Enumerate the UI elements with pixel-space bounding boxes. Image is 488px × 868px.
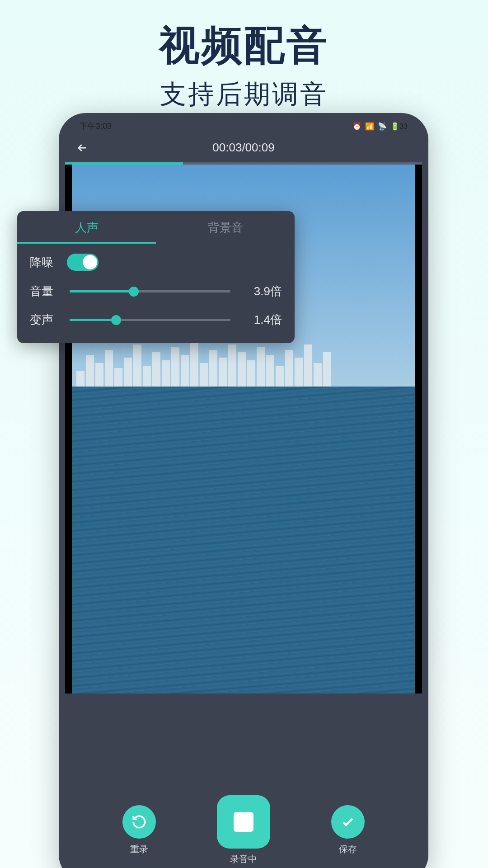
bottom-toolbar: 重录 录音中 保存 <box>65 794 422 868</box>
app-header: 00:03/00:09 <box>65 133 422 162</box>
tab-underline <box>17 242 156 244</box>
rerecord-circle <box>122 805 156 839</box>
status-indicators: ⏰ 📶 📡 🔋33 <box>352 122 408 131</box>
toggle-knob <box>83 255 97 269</box>
panel-body: 降噪 音量 3.9倍 变声 1.4倍 <box>17 244 295 343</box>
back-button[interactable] <box>73 139 91 157</box>
audio-panel: 人声 背景音 降噪 音量 3.9倍 变声 <box>17 211 295 343</box>
arrow-left-icon <box>76 142 89 154</box>
wifi-icon: 📡 <box>378 122 387 131</box>
rerecord-label: 重录 <box>130 843 148 855</box>
battery-icon: 🔋33 <box>390 122 408 131</box>
timecode: 00:03/00:09 <box>212 141 274 155</box>
noise-row: 降噪 <box>30 254 282 271</box>
status-bar: 下午3:03 ⏰ 📶 📡 🔋33 <box>65 119 422 133</box>
signal-icon: 📶 <box>365 122 374 131</box>
tab-voice[interactable]: 人声 <box>17 211 156 244</box>
rerecord-button[interactable]: 重录 <box>122 805 156 855</box>
panel-tabs: 人声 背景音 <box>17 211 295 244</box>
promo-title: 视频配音 <box>0 18 488 73</box>
promo-subtitle: 支持后期调音 <box>0 77 488 112</box>
refresh-icon <box>131 814 147 830</box>
noise-label: 降噪 <box>30 255 65 270</box>
volume-row: 音量 3.9倍 <box>30 283 282 299</box>
record-label: 录音中 <box>230 853 257 865</box>
save-circle <box>331 805 365 839</box>
pitch-row: 变声 1.4倍 <box>30 312 282 328</box>
pitch-value: 1.4倍 <box>243 312 282 328</box>
pitch-label: 变声 <box>30 312 65 328</box>
save-label: 保存 <box>339 843 357 855</box>
tab-bgm[interactable]: 背景音 <box>156 211 295 244</box>
stop-icon <box>234 812 253 832</box>
volume-label: 音量 <box>30 283 65 299</box>
status-time: 下午3:03 <box>80 121 112 132</box>
record-button[interactable]: 录音中 <box>217 795 270 865</box>
alarm-icon: ⏰ <box>352 122 361 131</box>
check-icon <box>340 814 356 830</box>
save-button[interactable]: 保存 <box>331 805 365 855</box>
record-circle <box>217 795 270 849</box>
volume-slider[interactable] <box>70 290 230 292</box>
noise-toggle[interactable] <box>67 254 99 271</box>
promo-header: 视频配音 支持后期调音 <box>0 0 488 112</box>
pitch-slider[interactable] <box>70 319 230 321</box>
volume-value: 3.9倍 <box>243 283 282 299</box>
